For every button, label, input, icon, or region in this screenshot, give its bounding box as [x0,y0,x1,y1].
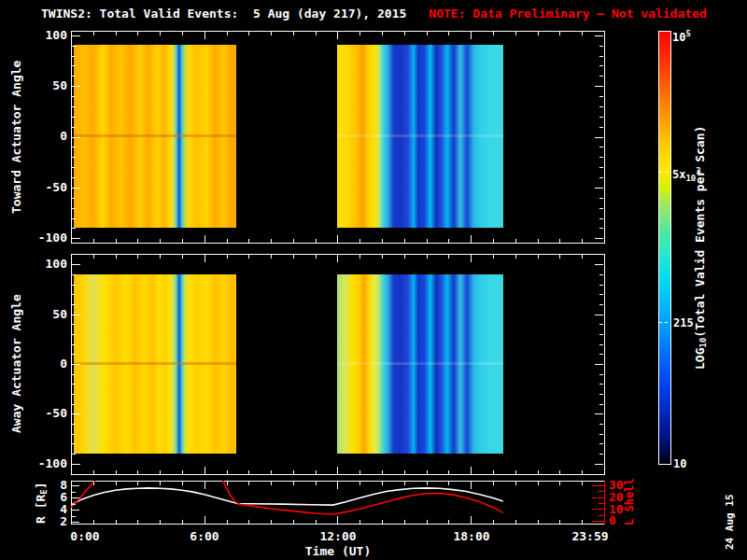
tick-mark [448,482,449,485]
ytick-label: -50 [26,180,67,195]
tick-mark [204,32,205,39]
tick-mark [293,32,294,35]
tick-mark [559,255,560,259]
tick-mark [93,239,94,243]
tick-mark [493,32,494,35]
tick-mark [316,32,317,35]
tick-mark [599,208,603,209]
tick-mark [316,482,317,485]
tick-mark [72,394,76,395]
tick-mark [204,482,205,489]
tick-mark [538,32,539,35]
ytick-label: 0 [26,129,67,144]
tick-mark [582,239,583,243]
tick-mark [599,324,603,325]
tick-mark [538,520,539,524]
tick-mark [271,520,272,524]
tick-mark [448,470,449,474]
tick-mark [293,470,294,474]
lshell-axis-title: L Shell [622,476,637,528]
tick-mark [595,315,603,315]
tick-mark [471,482,472,489]
tick-mark [116,482,117,485]
tick-mark [137,520,138,524]
tick-mark [72,127,76,128]
tick-mark [599,285,603,286]
tick-mark [493,255,494,259]
tick-mark [137,255,138,259]
tick-mark [538,482,539,485]
colorbar [658,31,671,465]
tick-mark [248,32,249,35]
tick-mark [599,106,603,107]
tick-mark [182,32,183,35]
tick-mark [72,86,80,87]
tick-mark [448,255,449,259]
tick-mark [471,467,472,474]
tick-mark [404,239,405,243]
zero-angle-line [337,362,503,365]
toward-axis-label: Toward Actuator Angle [7,31,24,243]
xtick-label: 6:00 [190,529,218,543]
tick-mark [72,177,76,178]
tick-mark [204,467,205,474]
page-title: TWINS2: Total Valid Events: 5 Aug (day 2… [41,7,406,21]
tick-mark [559,32,560,35]
tick-mark [72,404,76,405]
tick-mark [72,516,76,517]
tick-mark [204,516,205,524]
tick-mark [595,137,603,138]
tick-mark [72,485,79,486]
tick-mark [582,520,583,524]
tick-mark [599,394,603,395]
datestamp: 24 Aug 15 [723,493,736,551]
tick-mark [182,520,183,524]
tick-mark [404,520,405,524]
tick-mark [248,239,249,243]
tick-mark [595,35,603,36]
tick-mark [93,520,94,524]
tick-mark [382,32,383,35]
tick-mark [599,177,603,178]
tick-mark [515,239,516,243]
tick-mark [471,516,472,524]
tick-mark [116,520,117,524]
tick-mark [293,482,294,485]
xtick-label: 12:00 [319,529,356,543]
tick-mark [359,520,360,524]
tick-mark [599,454,603,455]
tick-mark [515,32,516,35]
tick-mark [538,239,539,243]
tick-mark [72,147,76,147]
tick-mark [271,239,272,243]
tick-mark [137,470,138,474]
tick-mark [93,32,94,35]
tick-mark [116,255,117,259]
tick-mark [72,344,76,345]
tick-mark [599,117,603,118]
tick-mark [582,255,583,259]
tick-mark [72,208,76,209]
tick-mark [427,470,428,474]
tick-mark [271,32,272,35]
tick-mark [538,470,539,474]
ytick-label: -100 [26,231,67,245]
tick-mark [293,239,294,243]
tick-mark [515,520,516,524]
tick-mark [592,521,604,522]
ytick-label: -100 [26,456,67,471]
tick-mark [160,255,161,259]
tick-mark [93,470,94,474]
tick-mark [382,482,383,485]
tick-mark [72,354,76,355]
tick-mark [72,315,80,315]
tick-mark [595,238,603,239]
tick-mark [72,304,76,305]
away-axis-label: Away Actuator Angle [7,254,24,474]
colorbar-tick-dash [659,322,670,323]
tick-mark [448,520,449,524]
tick-mark [227,520,228,524]
tick-mark [582,482,583,485]
tick-mark [248,255,249,259]
tick-mark [93,482,94,485]
